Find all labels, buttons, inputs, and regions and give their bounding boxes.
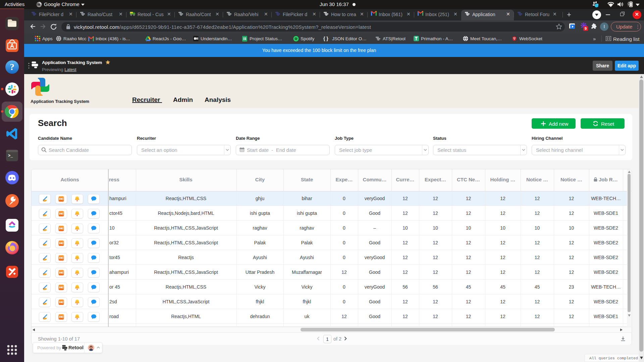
svg-text:>_: >_ (8, 154, 13, 158)
svg-text:9: 9 (585, 26, 587, 31)
svg-text:?: ? (10, 62, 14, 72)
